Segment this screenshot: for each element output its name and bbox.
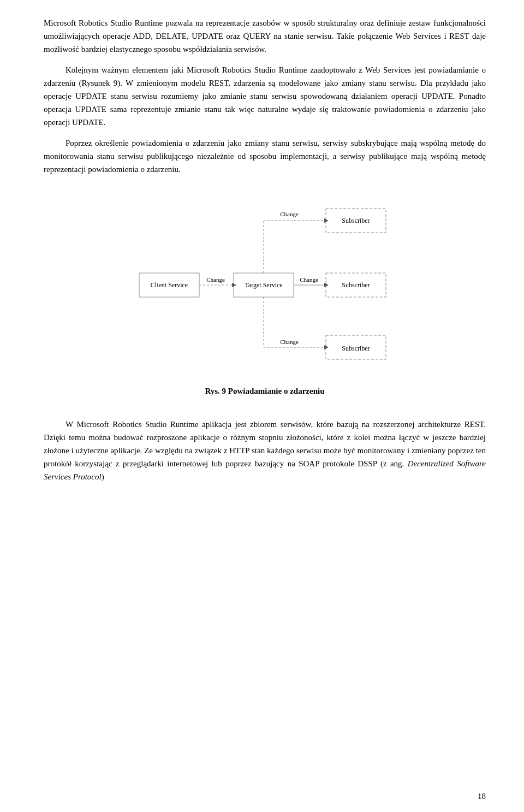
paragraph-4-end: ) xyxy=(102,472,104,481)
svg-text:Subscriber: Subscriber xyxy=(342,345,370,352)
svg-text:Change: Change xyxy=(206,276,225,283)
svg-text:Change: Change xyxy=(280,339,299,345)
diagram-svg: Client Service Target Service Subscriber… xyxy=(134,192,396,378)
page-number: 18 xyxy=(478,792,486,801)
caption-prefix: Rys. 9 xyxy=(205,387,226,395)
paragraph-3: Poprzez określenie powiadomienia o zdarz… xyxy=(44,137,486,176)
caption-text: Powiadamianie o zdarzeniu xyxy=(228,387,325,395)
svg-text:Change: Change xyxy=(280,211,299,217)
svg-text:Change: Change xyxy=(300,276,318,283)
content-area: Microsoft Robotics Studio Runtime pozwal… xyxy=(44,16,486,483)
paragraph-1: Microsoft Robotics Studio Runtime pozwal… xyxy=(44,16,486,56)
diagram-container: Client Service Target Service Subscriber… xyxy=(134,192,396,412)
svg-text:Subscriber: Subscriber xyxy=(342,281,370,289)
diagram-caption: Rys. 9 Powiadamianie o zdarzeniu xyxy=(205,387,324,396)
svg-text:Target Service: Target Service xyxy=(245,281,282,289)
paragraph-2: Kolejnym ważnym elementem jaki Microsoft… xyxy=(44,63,486,129)
paragraph-4: W Microsoft Robotics Studio Runtime apli… xyxy=(44,418,486,483)
svg-text:Client Service: Client Service xyxy=(151,281,188,289)
svg-text:Subscriber: Subscriber xyxy=(342,217,370,224)
